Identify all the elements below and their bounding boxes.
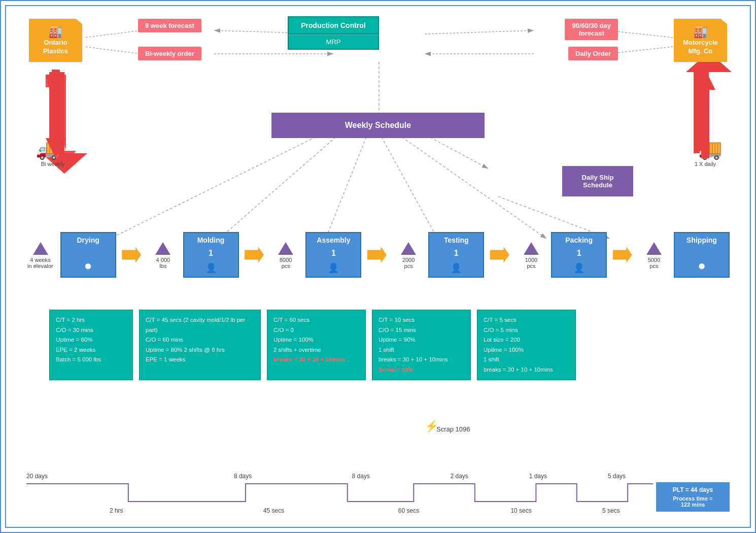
- push-arrow-shape-3: [367, 247, 387, 263]
- inventory-label-3: 2000pcs: [402, 257, 415, 269]
- inventory-triangle-0: [33, 242, 48, 255]
- testing-co: C/O = 15 mins: [379, 325, 464, 336]
- inventory-triangle-2: [278, 242, 293, 255]
- time-45secs: 45 secs: [207, 507, 341, 514]
- supplier-factory-icon: 🏭: [49, 25, 62, 39]
- daily-order-box: Daily Order: [568, 47, 618, 60]
- packing-lotsize: Lot size = 200: [484, 335, 569, 345]
- testing-title: Testing: [444, 236, 469, 244]
- customer-box: 🏭 MotorcycleMfg. Co: [674, 19, 727, 62]
- forecast-90-box: 90/60/30 dayforecast: [565, 19, 618, 40]
- molding-epe: EPE = 1 weeks: [146, 355, 254, 365]
- inventory-triangle-5: [646, 242, 662, 255]
- process-row: 4 weeksin elevator Drying ● 4 000lbs Mol…: [26, 232, 730, 278]
- svg-line-22: [85, 47, 141, 54]
- info-card-drying: C/T = 2 hrs C/O = 30 mins Uptime = 60% E…: [49, 310, 133, 380]
- packing-worker-icon: 👤: [573, 262, 585, 274]
- testing-uptime: Uptime = 90%: [379, 335, 464, 345]
- plt-box: PLT = 44 days Process time =122 mins: [656, 482, 730, 512]
- production-control: Production Control MRP: [288, 16, 379, 50]
- packing-shift: 1 shift: [484, 355, 569, 365]
- times-row: 2 hrs 45 secs 60 secs 10 secs 5 secs: [26, 507, 656, 514]
- testing-workers: 1: [454, 249, 459, 258]
- inventory-0: 4 weeksin elevator: [26, 242, 54, 269]
- inventory-1: 4 000lbs: [149, 242, 177, 269]
- left-red-arrow: [46, 70, 66, 158]
- timeline-section: 20 days 8 days 8 days 2 days 1 days 5 da…: [26, 473, 730, 514]
- process-molding: Molding 1 👤: [183, 232, 239, 278]
- production-control-title: Production Control: [288, 16, 379, 35]
- svg-line-15: [422, 133, 488, 169]
- testing-shift: 1 shift: [379, 345, 464, 355]
- push-arrow-shape-4: [490, 247, 509, 263]
- testing-ct: C/T = 10 secs: [379, 315, 464, 325]
- svg-line-13: [382, 137, 437, 239]
- daily-order-label: Daily Order: [575, 50, 611, 57]
- supplier-box: 🏭 OntarioPlastics: [29, 19, 82, 62]
- forecast-8week-box: 8 week forecast: [138, 19, 201, 32]
- main-container: ⚡ Scrap 1096 Production Control MRP 🏭 On…: [0, 0, 756, 533]
- time-60secs: 60 secs: [341, 507, 476, 514]
- forecast-90-label: 90/60/30 dayforecast: [572, 22, 611, 37]
- molding-co: C/O = 60 mins: [146, 335, 254, 345]
- inventory-4: 1000pcs: [518, 242, 545, 269]
- biweekly-order-label: Bi-weekly order: [145, 50, 194, 57]
- drying-icon: ●: [84, 258, 92, 274]
- packing-workers: 1: [577, 249, 581, 258]
- assembly-co: C/O = 0: [273, 325, 359, 336]
- drying-uptime: Uptime = 60%: [56, 335, 126, 345]
- assembly-worker-icon: 👤: [328, 262, 339, 274]
- drying-epe: EPE = 2 weeks: [56, 345, 126, 355]
- assembly-ct: C/T = 60 secs: [273, 315, 359, 325]
- molding-box: Molding 1 👤: [183, 232, 239, 278]
- molding-uptime: Uptime = 80% 2 shifts @ 8 hrs: [146, 345, 254, 355]
- plt-label: PLT = 44 days: [661, 486, 725, 493]
- days-5: 5 days: [577, 473, 656, 480]
- testing-box: Testing 1 👤: [428, 232, 484, 278]
- svg-text:Scrap 1096: Scrap 1096: [436, 425, 470, 433]
- svg-line-10: [110, 137, 316, 239]
- drying-batch: Batch = 5 000 lbs: [56, 355, 126, 365]
- days-8b: 8 days: [302, 473, 420, 480]
- time-5secs: 5 secs: [566, 507, 656, 514]
- testing-worker-icon: 👤: [451, 262, 462, 274]
- time-10secs: 10 secs: [476, 507, 566, 514]
- testing-breaks: breaks = 30 + 10 + 10mins: [379, 355, 464, 365]
- process-testing: Testing 1 👤: [428, 232, 484, 278]
- push-arrow-3: [367, 232, 389, 278]
- drying-ct: C/T = 2 hrs: [56, 315, 126, 325]
- assembly-workers: 1: [331, 249, 336, 258]
- daily-ship-schedule-box: Daily ShipSchedule: [562, 166, 633, 196]
- molding-ct: C/T = 45 secs (2 cavity mold/1/2 lb per …: [146, 315, 254, 335]
- testing-scrap: Scrap = 10%: [379, 365, 464, 375]
- shipping-icon: ●: [698, 258, 706, 274]
- packing-co: C/O = 5 mins: [484, 325, 569, 336]
- push-arrow-1: [122, 232, 143, 278]
- days-20: 20 days: [26, 473, 184, 480]
- days-row: 20 days 8 days 8 days 2 days 1 days 5 da…: [26, 473, 730, 480]
- inventory-5: 5000pcs: [640, 242, 668, 269]
- truck-right-label: 1 X daily: [685, 161, 726, 167]
- molding-workers: 1: [209, 249, 213, 258]
- info-card-packing: C/T = 5 secs C/O = 5 mins Lot size = 200…: [477, 310, 576, 380]
- drying-box: Drying ●: [60, 232, 116, 278]
- svg-marker-28: [46, 138, 66, 158]
- inventory-3: 2000pcs: [395, 242, 423, 269]
- process-packing: Packing 1 👤: [551, 232, 607, 278]
- packing-uptime: Uptime = 100%: [484, 345, 569, 355]
- push-arrow-shape-1: [122, 247, 141, 263]
- days-8a: 8 days: [184, 473, 302, 480]
- inventory-label-4: 1000pcs: [525, 257, 537, 269]
- inventory-label-1: 4 000lbs: [156, 257, 170, 269]
- push-arrow-shape-2: [245, 247, 264, 263]
- biweekly-order-box: Bi-weekly order: [138, 47, 201, 60]
- right-red-arrow: [695, 70, 715, 158]
- svg-line-19: [425, 30, 534, 34]
- svg-line-14: [402, 137, 546, 239]
- svg-rect-27: [52, 70, 60, 141]
- svg-marker-30: [695, 70, 715, 90]
- packing-box: Packing 1 👤: [551, 232, 607, 278]
- supplier-label: OntarioPlastics: [43, 39, 68, 56]
- time-2hrs: 2 hrs: [26, 507, 207, 514]
- assembly-box: Assembly 1 👤: [305, 232, 361, 278]
